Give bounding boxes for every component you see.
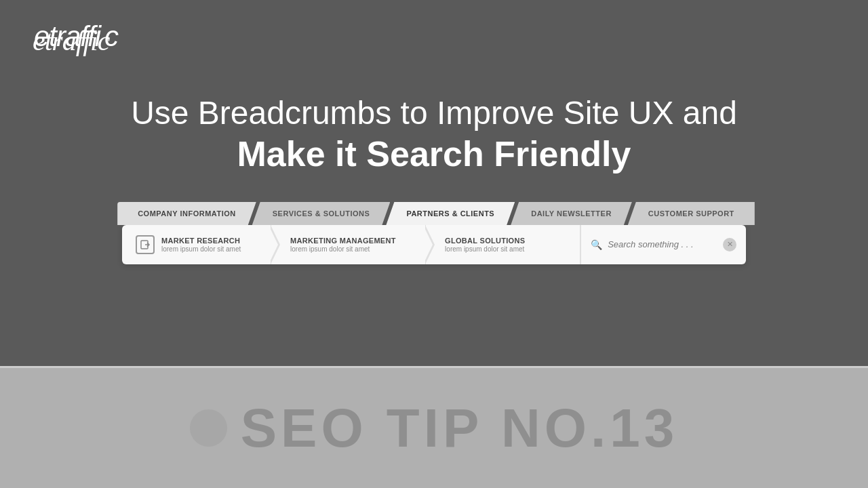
search-clear-button[interactable]: ✕ [723,238,736,251]
nav-wrapper: COMPANY INFORMATION SERVICES & SOLUTIONS… [34,202,834,264]
breadcrumb-title-1: MARKET RESEARCH [161,237,241,245]
breadcrumb-text-1: MARKET RESEARCH lorem ipsum dolor sit am… [161,237,241,253]
search-input[interactable] [608,239,723,249]
breadcrumb-item-2[interactable]: MARKETING MANAGEMENT lorem ipsum dolor s… [271,225,426,264]
breadcrumb-title-3: GLOBAL SOLUTIONS [445,237,525,245]
tab-company[interactable]: COMPANY INFORMATION [117,202,256,225]
seo-tip-text: SEO TIP NO.13 [241,397,679,460]
seo-tip-bullet [190,409,227,447]
breadcrumb-title-2: MARKETING MANAGEMENT [290,237,396,245]
headline-line2: Make it Search Friendly [34,133,834,175]
breadcrumb-subtitle-2: lorem ipsum dolor sit amet [290,245,396,253]
breadcrumb-bar: MARKET RESEARCH lorem ipsum dolor sit am… [122,225,746,264]
breadcrumb-item-3[interactable]: GLOBAL SOLUTIONS lorem ipsum dolor sit a… [426,225,580,264]
chevron-inner-2 [423,225,433,264]
breadcrumb-text-2: MARKETING MANAGEMENT lorem ipsum dolor s… [290,237,396,253]
breadcrumb-item-1[interactable]: MARKET RESEARCH lorem ipsum dolor sit am… [122,225,271,264]
breadcrumb-subtitle-3: lorem ipsum dolor sit amet [445,245,525,253]
headline-container: Use Breadcrumbs to Improve Site UX and M… [34,94,834,175]
tabs-nav: COMPANY INFORMATION SERVICES & SOLUTIONS… [117,202,751,225]
breadcrumb-subtitle-1: lorem ipsum dolor sit amet [161,245,241,253]
top-section: etrafficc etraffic Use Breadcrumbs to Im… [0,0,868,366]
tab-services[interactable]: SERVICES & SOLUTIONS [252,202,391,225]
logo-svg: etraffic [33,19,168,60]
breadcrumb-icon-1 [136,235,155,254]
exit-icon [140,239,151,250]
tab-partners[interactable]: PARTNERS & CLIENTS [386,202,515,225]
chevron-inner-1 [269,225,278,264]
tab-newsletter[interactable]: DAILY NEWSLETTER [511,202,632,225]
headline-line1: Use Breadcrumbs to Improve Site UX and [34,94,834,133]
search-icon: 🔍 [591,239,602,250]
svg-text:etraffic: etraffic [33,25,111,56]
search-container: 🔍 ✕ [580,225,746,264]
seo-tip-container: SEO TIP NO.13 [190,397,679,460]
tab-support[interactable]: CUSTOMER SUPPORT [628,202,755,225]
logo: etrafficc etraffic [34,20,118,53]
breadcrumb-text-3: GLOBAL SOLUTIONS lorem ipsum dolor sit a… [445,237,525,253]
bottom-section: SEO TIP NO.13 [0,366,868,488]
